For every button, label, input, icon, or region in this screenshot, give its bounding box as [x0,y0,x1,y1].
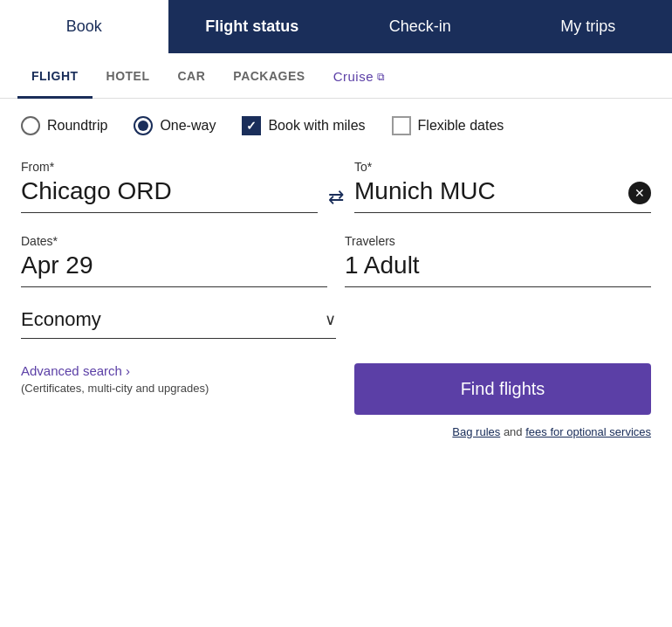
roundtrip-radio[interactable] [21,116,40,135]
bag-rules-and: and [504,425,525,438]
from-input[interactable]: Chicago ORD [21,177,318,213]
book-with-miles-option[interactable]: ✓ Book with miles [242,116,365,135]
bottom-row: Advanced search › (Certificates, multi-c… [21,363,651,415]
roundtrip-label: Roundtrip [47,118,107,134]
find-flights-button[interactable]: Find flights [354,363,651,415]
close-icon: ✕ [634,186,645,200]
fees-optional-link[interactable]: fees for optional services [525,425,651,438]
oneway-radio[interactable] [134,116,153,135]
top-navigation: Book Flight status Check-in My trips [0,0,672,53]
radio-inner-dot [138,121,148,131]
advanced-search-link[interactable]: Advanced search › [21,363,209,378]
book-with-miles-label: Book with miles [268,118,365,134]
roundtrip-option[interactable]: Roundtrip [21,116,107,135]
sub-tab-car[interactable]: CAR [164,53,220,99]
book-with-miles-checkbox[interactable]: ✓ [242,116,261,135]
sub-tabs: FLIGHT HOTEL CAR PACKAGES Cruise ⧉ [0,53,672,99]
to-input[interactable]: Munich MUC [354,177,651,213]
travelers-field-group: Travelers 1 Adult [345,234,651,287]
dates-field-group: Dates* Apr 29 [21,234,327,287]
cabin-class-select[interactable]: Economy ∨ [21,308,336,339]
to-label: To* [354,160,651,174]
sub-tab-hotel[interactable]: HOTEL [93,53,164,99]
bag-rules-row: Bag rules and fees for optional services [21,425,651,438]
tab-my-trips[interactable]: My trips [504,0,673,53]
from-field-group: From* Chicago ORD [21,160,318,213]
flexible-dates-label: Flexible dates [418,118,504,134]
from-label: From* [21,160,318,174]
main-content: Roundtrip One-way ✓ Book with miles Flex… [0,99,672,459]
to-field-group: To* Munich MUC ✕ [354,160,651,213]
advanced-search-sublabel: (Certificates, multi-city and upgrades) [21,382,209,395]
from-to-row: From* Chicago ORD ⇄ To* Munich MUC ✕ [21,160,651,213]
dates-label: Dates* [21,234,327,248]
tab-book[interactable]: Book [0,0,168,53]
sub-tab-packages[interactable]: PACKAGES [219,53,319,99]
dates-input[interactable]: Apr 29 [21,251,327,287]
checkmark-icon: ✓ [246,119,257,133]
trip-options-row: Roundtrip One-way ✓ Book with miles Flex… [21,116,651,135]
advanced-search-container: Advanced search › (Certificates, multi-c… [21,363,209,395]
sub-tab-cruise[interactable]: Cruise ⧉ [319,53,400,99]
external-link-icon: ⧉ [377,71,386,83]
oneway-option[interactable]: One-way [134,116,216,135]
oneway-label: One-way [160,118,216,134]
clear-to-button[interactable]: ✕ [628,182,651,204]
swap-arrows-icon: ⇄ [328,186,344,209]
flexible-dates-checkbox[interactable] [392,116,411,135]
flexible-dates-option[interactable]: Flexible dates [392,116,504,135]
dates-travelers-row: Dates* Apr 29 Travelers 1 Adult [21,234,651,287]
travelers-label: Travelers [345,234,651,248]
swap-button[interactable]: ⇄ [318,186,354,209]
cabin-class-wrapper: Economy ∨ [21,308,336,339]
tab-check-in[interactable]: Check-in [336,0,504,53]
tab-flight-status[interactable]: Flight status [168,0,337,53]
sub-tab-flight[interactable]: FLIGHT [17,53,93,99]
travelers-input[interactable]: 1 Adult [345,251,651,287]
chevron-down-icon: ∨ [325,310,336,329]
bag-rules-link[interactable]: Bag rules [452,425,500,438]
cabin-class-value: Economy [21,308,101,331]
